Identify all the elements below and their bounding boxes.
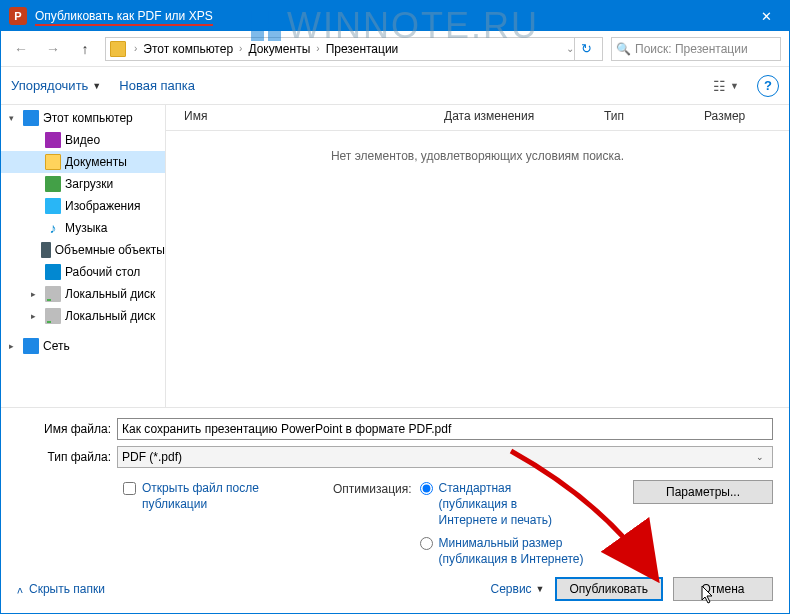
dialog-window: P Опубликовать как PDF или XPS ✕ ← → ↑ ›…	[0, 0, 790, 614]
tree-item-label: Объемные объекты	[55, 243, 165, 257]
filetype-select[interactable]: PDF (*.pdf) ⌄	[117, 446, 773, 468]
col-size[interactable]: Размер	[686, 105, 789, 130]
chevron-down-icon: ⌄	[756, 452, 768, 462]
tree-item[interactable]: Документы	[1, 151, 165, 173]
new-folder-button[interactable]: Новая папка	[119, 78, 195, 93]
tree-item[interactable]: Объемные объекты	[1, 239, 165, 261]
up-button[interactable]: ↑	[73, 37, 97, 61]
window-title: Опубликовать как PDF или XPS	[35, 9, 743, 23]
help-button[interactable]: ?	[757, 75, 779, 97]
dialog-footer: ʌ Скрыть папки Сервис▼ Опубликовать Отме…	[1, 567, 789, 613]
tree-item[interactable]: Локальный диск	[1, 305, 165, 327]
search-input[interactable]: 🔍 Поиск: Презентации	[611, 37, 781, 61]
optimization-standard-radio[interactable]: Стандартная (публикация в Интернете и пе…	[420, 480, 599, 529]
tools-dropdown[interactable]: Сервис▼	[491, 582, 545, 596]
forward-button: →	[41, 37, 65, 61]
folder-icon	[45, 154, 61, 170]
organize-button[interactable]: Упорядочить▼	[11, 78, 101, 93]
drive-icon	[45, 286, 61, 302]
optimization-minimum-radio[interactable]: Минимальный размер (публикация в Интерне…	[420, 535, 599, 567]
filetype-label: Тип файла:	[17, 450, 117, 464]
folder-icon	[110, 41, 126, 57]
expand-icon[interactable]	[31, 311, 41, 321]
column-headers: Имя Дата изменения Тип Размер	[166, 105, 789, 131]
video-icon	[45, 132, 61, 148]
network-icon	[23, 338, 39, 354]
open-after-checkbox[interactable]: Открыть файл после публикации	[123, 480, 313, 512]
search-placeholder: Поиск: Презентации	[635, 42, 748, 56]
dialog-body: Этот компьютерВидеоДокументыЗагрузкиИзоб…	[1, 105, 789, 407]
monitor-icon	[23, 110, 39, 126]
desktop-icon	[45, 264, 61, 280]
tree-item[interactable]: Локальный диск	[1, 283, 165, 305]
tree-item-label: Изображения	[65, 199, 140, 213]
tree-item-label: Музыка	[65, 221, 107, 235]
optimization-label: Оптимизация:	[333, 480, 412, 567]
tree-item[interactable]: Рабочий стол	[1, 261, 165, 283]
chevron-right-icon: ›	[235, 43, 246, 54]
tree-item[interactable]: ♪Музыка	[1, 217, 165, 239]
tree-item-label: Локальный диск	[65, 287, 155, 301]
tree-item[interactable]: Загрузки	[1, 173, 165, 195]
expand-icon[interactable]	[9, 341, 19, 351]
col-type[interactable]: Тип	[586, 105, 686, 130]
close-button[interactable]: ✕	[743, 1, 789, 31]
tree-item-label: Рабочий стол	[65, 265, 140, 279]
filename-input[interactable]	[117, 418, 773, 440]
save-options-panel: Имя файла: Тип файла: PDF (*.pdf) ⌄ Откр…	[1, 407, 789, 567]
folder-tree: Этот компьютерВидеоДокументыЗагрузкиИзоб…	[1, 105, 166, 407]
chevron-down-icon: ▼	[536, 584, 545, 594]
titlebar: P Опубликовать как PDF или XPS ✕	[1, 1, 789, 31]
col-date[interactable]: Дата изменения	[426, 105, 586, 130]
cancel-button[interactable]: Отмена	[673, 577, 773, 601]
file-list-area: Имя Дата изменения Тип Размер Нет элемен…	[166, 105, 789, 407]
tree-item[interactable]: Изображения	[1, 195, 165, 217]
tree-item[interactable]: Этот компьютер	[1, 107, 165, 129]
tree-item-label: Видео	[65, 133, 100, 147]
expand-icon[interactable]	[9, 113, 19, 123]
breadcrumb-item[interactable]: Документы	[246, 42, 312, 56]
chevron-right-icon: ›	[130, 43, 141, 54]
tree-item-label: Локальный диск	[65, 309, 155, 323]
expand-icon[interactable]	[31, 289, 41, 299]
tree-item-label: Этот компьютер	[43, 111, 133, 125]
nav-bar: ← → ↑ › Этот компьютер › Документы › Пре…	[1, 31, 789, 67]
tree-item-label: Документы	[65, 155, 127, 169]
filename-label: Имя файла:	[17, 422, 117, 436]
toolbar: Упорядочить▼ Новая папка ☷▼ ?	[1, 67, 789, 105]
breadcrumb-item[interactable]: Этот компьютер	[141, 42, 235, 56]
col-name[interactable]: Имя	[166, 105, 426, 130]
images-icon	[45, 198, 61, 214]
search-icon: 🔍	[616, 42, 631, 56]
refresh-button[interactable]: ↻	[574, 37, 598, 61]
tree-item[interactable]: Сеть	[1, 335, 165, 357]
music-icon: ♪	[45, 220, 61, 236]
chevron-right-icon: ›	[312, 43, 323, 54]
tree-item-label: Загрузки	[65, 177, 113, 191]
breadcrumb-item[interactable]: Презентации	[324, 42, 401, 56]
drive-icon	[45, 308, 61, 324]
parameters-button[interactable]: Параметры...	[633, 480, 773, 504]
tree-item-label: Сеть	[43, 339, 70, 353]
back-button[interactable]: ←	[9, 37, 33, 61]
breadcrumb-dropdown[interactable]: ⌄	[566, 43, 574, 54]
empty-list-message: Нет элементов, удовлетворяющих условиям …	[166, 149, 789, 163]
breadcrumb[interactable]: › Этот компьютер › Документы › Презентац…	[105, 37, 603, 61]
chevron-down-icon: ▼	[92, 81, 101, 91]
view-mode-button[interactable]: ☷▼	[713, 78, 739, 94]
publish-button[interactable]: Опубликовать	[555, 577, 663, 601]
hide-folders-link[interactable]: ʌ Скрыть папки	[17, 582, 105, 596]
chevron-up-icon: ʌ	[17, 584, 23, 595]
tree-item[interactable]: Видео	[1, 129, 165, 151]
3d-icon	[41, 242, 51, 258]
downloads-icon	[45, 176, 61, 192]
powerpoint-icon: P	[9, 7, 27, 25]
